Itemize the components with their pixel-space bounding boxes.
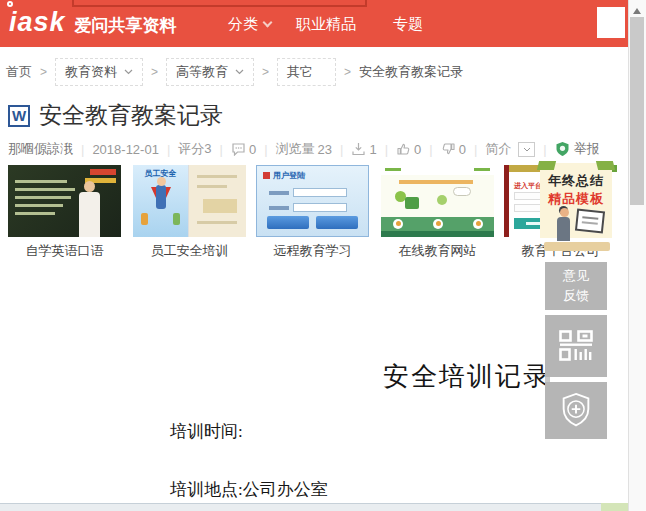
art-shape <box>269 206 289 210</box>
breadcrumb-category-label: 教育资料 <box>65 63 117 81</box>
uploader-name[interactable]: 那嗰傆諒涐 <box>8 140 73 158</box>
meta-separator: | <box>167 142 170 157</box>
dislike-button[interactable]: 0 <box>441 142 466 157</box>
nav-categories-label: 分类 <box>228 15 258 32</box>
art-shape <box>293 203 347 212</box>
art-shape <box>173 213 180 225</box>
meta-separator: | <box>543 142 546 157</box>
art-shape <box>385 168 401 171</box>
related-caption[interactable]: 员工安全培训 <box>133 242 246 260</box>
breadcrumb-category-dropdown[interactable]: 教育资料 <box>55 58 143 86</box>
related-caption[interactable]: 在线教育网站 <box>381 242 494 260</box>
art-shape <box>15 212 55 215</box>
document-title-row: W 安全教育教案记录 <box>8 100 223 131</box>
meta-separator: | <box>429 142 432 157</box>
meta-separator: | <box>81 142 84 157</box>
qrcode-icon <box>558 328 594 364</box>
art-shape <box>381 165 494 175</box>
art-shape <box>453 187 471 196</box>
promo-ad[interactable]: 年终总结 精品模板 <box>540 163 612 238</box>
art-shape <box>269 191 289 195</box>
art-shape <box>474 168 490 171</box>
breadcrumb-other-label: 其它 <box>287 63 313 81</box>
report-label: 举报 <box>574 140 600 158</box>
art-shape <box>433 219 443 229</box>
chevron-down-icon <box>235 69 244 75</box>
page-title: 安全教育教案记录 <box>39 100 223 131</box>
logo-text: iask <box>9 7 66 37</box>
breadcrumb: 首页 > 教育资料 > 高等教育 > 其它 > 安全教育教案记录 <box>6 58 463 86</box>
shield-plus-icon <box>557 390 595 432</box>
views-stat: 浏览量 23 <box>276 140 332 158</box>
preview-text-line: 培训时间: <box>170 420 243 443</box>
ribbon-icon <box>596 161 615 170</box>
thumbnail-inner-text: 用户登陆 <box>263 170 305 181</box>
scrollbar-up-arrow-icon[interactable] <box>633 8 641 14</box>
related-doc-item[interactable]: 自学英语口语 <box>8 165 121 260</box>
art-shape <box>381 175 494 217</box>
comments-count: 0 <box>249 142 256 157</box>
art-shape <box>197 185 227 188</box>
art-shape <box>393 219 403 229</box>
scrollbar-thumb[interactable] <box>630 17 644 205</box>
views-label: 浏览量 <box>276 140 315 158</box>
art-shape <box>79 192 100 237</box>
qrcode-button[interactable] <box>545 315 607 377</box>
related-thumbnail-image[interactable]: 员工安全 <box>133 165 246 237</box>
download-icon <box>351 142 366 156</box>
breadcrumb-home[interactable]: 首页 <box>6 63 32 81</box>
breadcrumb-subcategory-label: 高等教育 <box>176 63 228 81</box>
downloads-stat[interactable]: 1 <box>351 142 376 157</box>
shield-icon <box>555 141 570 157</box>
nav-topics[interactable]: 专题 <box>393 15 423 34</box>
chevron-down-icon <box>518 142 535 157</box>
art-shape <box>189 165 246 237</box>
nav-categories[interactable]: 分类 <box>228 15 271 34</box>
art-shape: 员工安全 <box>133 165 188 237</box>
feedback-label-line1: 意见 <box>563 266 589 286</box>
views-count: 23 <box>318 142 332 157</box>
related-thumbnail-image[interactable] <box>381 165 494 237</box>
related-caption[interactable]: 远程教育学习 <box>256 242 369 260</box>
art-shape <box>267 216 358 229</box>
downloads-count: 1 <box>369 142 376 157</box>
comments-stat[interactable]: 0 <box>231 142 256 157</box>
art-shape <box>203 199 237 213</box>
word-file-icon: W <box>8 105 30 127</box>
upload-date: 2018-12-01 <box>92 142 159 157</box>
ribbon-icon <box>537 161 556 170</box>
art-shape <box>141 213 148 225</box>
art-shape <box>157 177 166 186</box>
art-shape <box>15 204 63 207</box>
header-dropdown-outline <box>72 0 367 7</box>
breadcrumb-other[interactable]: 其它 <box>277 58 336 86</box>
related-doc-item[interactable]: 在线教育网站 <box>381 165 494 260</box>
summary-toggle[interactable]: 简介 <box>485 140 535 158</box>
related-thumbnail-image[interactable]: 用户登陆 <box>256 165 369 237</box>
related-caption[interactable]: 自学英语口语 <box>8 242 121 260</box>
report-button[interactable]: 举报 <box>555 140 600 158</box>
likes-count: 0 <box>414 142 421 157</box>
security-check-button[interactable] <box>545 382 607 439</box>
nav-career-premium[interactable]: 职业精品 <box>296 15 356 34</box>
meta-separator: | <box>385 142 388 157</box>
art-shape <box>263 172 270 179</box>
meta-separator: | <box>220 142 223 157</box>
art-shape <box>267 216 309 229</box>
related-caption[interactable]: 教育平台公司 <box>504 242 617 260</box>
breadcrumb-subcategory-dropdown[interactable]: 高等教育 <box>166 58 254 86</box>
related-doc-item[interactable]: 用户登陆 远程教育学习 <box>256 165 369 260</box>
art-shape <box>293 188 347 197</box>
art-shape <box>316 216 358 229</box>
summary-label: 简介 <box>485 140 511 158</box>
feedback-button[interactable]: 意见 反馈 <box>545 262 607 310</box>
site-logo[interactable]: iask 爱问共享资料 <box>9 9 177 37</box>
art-shape <box>84 181 95 192</box>
art-shape <box>90 169 116 175</box>
like-button[interactable]: 0 <box>396 142 421 157</box>
related-thumbnail-image[interactable] <box>8 165 121 237</box>
rating-value: 评分3 <box>178 140 211 158</box>
breadcrumb-separator: > <box>151 65 158 79</box>
thumb-up-icon <box>396 142 411 156</box>
related-doc-item[interactable]: 员工安全 员工安全培训 <box>133 165 246 260</box>
